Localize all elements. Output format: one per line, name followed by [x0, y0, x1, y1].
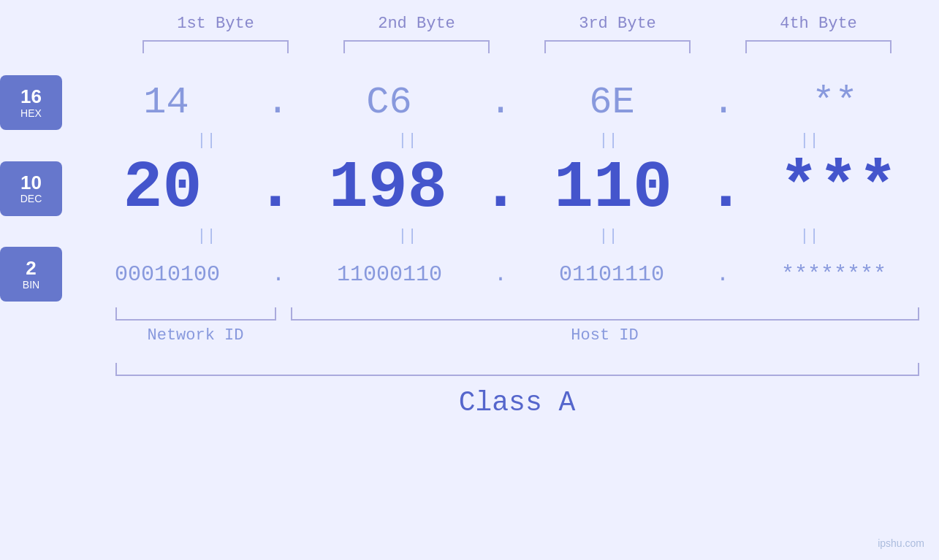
- host-id-label: Host ID: [291, 326, 919, 345]
- bin-byte1: 00010100: [87, 262, 248, 287]
- hex-byte3: 6E: [532, 81, 693, 124]
- dec-byte3: 110: [533, 151, 693, 226]
- byte2-header: 2nd Byte: [336, 15, 497, 33]
- watermark: ipshu.com: [878, 537, 924, 549]
- eq1-b2: ||: [327, 131, 488, 150]
- hex-badge-text: HEX: [20, 107, 42, 119]
- network-bracket: [115, 307, 276, 321]
- bin-bytes: 00010100 . 11000110 . 01101110 . *******…: [77, 262, 939, 287]
- bottom-section: Network ID Host ID: [115, 307, 919, 345]
- class-section: Class A: [115, 363, 919, 418]
- class-label: Class A: [115, 387, 919, 418]
- dec-dot3: .: [706, 151, 745, 226]
- bottom-brackets: [115, 307, 919, 321]
- dec-dot2: .: [481, 151, 520, 226]
- bin-badge-num: 2: [26, 258, 36, 279]
- top-brackets: [115, 40, 919, 53]
- dec-row: 10 DEC 20 . 198 . 110 . ***: [0, 151, 939, 226]
- eq2-b2: ||: [327, 227, 488, 245]
- dec-byte2: 198: [308, 151, 468, 226]
- bin-dot3: .: [716, 262, 729, 287]
- bin-dot1: .: [272, 262, 285, 287]
- byte4-header: 4th Byte: [738, 15, 899, 33]
- byte3-header: 3rd Byte: [537, 15, 698, 33]
- host-bracket: [291, 307, 919, 321]
- dec-byte4: ***: [758, 151, 919, 226]
- dec-byte1: 20: [83, 151, 243, 226]
- hex-byte2: C6: [308, 81, 469, 124]
- dec-bytes: 20 . 198 . 110 . ***: [77, 151, 939, 226]
- bin-badge: 2 BIN: [0, 247, 62, 302]
- dec-badge-num: 10: [20, 172, 42, 193]
- eq1-b4: ||: [729, 131, 890, 150]
- eq2-b1: ||: [126, 227, 287, 245]
- bracket-1: [142, 40, 289, 53]
- hex-dot3: .: [712, 81, 734, 124]
- bracket-2: [343, 40, 490, 53]
- eq2-b3: ||: [528, 227, 689, 245]
- equals-row-2: || || || ||: [106, 227, 910, 245]
- dec-dot1: .: [256, 151, 295, 226]
- bin-dot2: .: [494, 262, 507, 287]
- eq1-b3: ||: [528, 131, 689, 150]
- hex-dot1: .: [266, 81, 289, 124]
- network-id-label: Network ID: [115, 326, 276, 345]
- bin-byte3: 01101110: [531, 262, 692, 287]
- main-container: 1st Byte 2nd Byte 3rd Byte 4th Byte 16 H…: [0, 0, 939, 560]
- bin-row: 2 BIN 00010100 . 11000110 . 01101110 . *…: [0, 247, 939, 302]
- byte-headers: 1st Byte 2nd Byte 3rd Byte 4th Byte: [115, 15, 919, 33]
- bin-badge-text: BIN: [23, 279, 39, 291]
- eq1-b1: ||: [126, 131, 287, 150]
- hex-badge-num: 16: [20, 86, 42, 107]
- bin-byte2: 11000110: [309, 262, 470, 287]
- hex-row: 16 HEX 14 . C6 . 6E . **: [0, 75, 939, 130]
- dec-badge-text: DEC: [20, 193, 42, 204]
- equals-row-1: || || || ||: [106, 131, 910, 150]
- bracket-4: [745, 40, 892, 53]
- byte1-header: 1st Byte: [135, 15, 296, 33]
- hex-byte4: **: [755, 81, 916, 124]
- eq2-b4: ||: [729, 227, 890, 245]
- hex-dot2: .: [489, 81, 512, 124]
- dec-badge: 10 DEC: [0, 161, 62, 216]
- bin-byte4: ********: [753, 262, 914, 287]
- bracket-3: [544, 40, 691, 53]
- hex-badge: 16 HEX: [0, 75, 62, 130]
- bottom-labels: Network ID Host ID: [115, 326, 919, 345]
- class-bracket: [115, 363, 919, 376]
- hex-byte1: 14: [85, 81, 246, 124]
- hex-bytes: 14 . C6 . 6E . **: [77, 81, 939, 124]
